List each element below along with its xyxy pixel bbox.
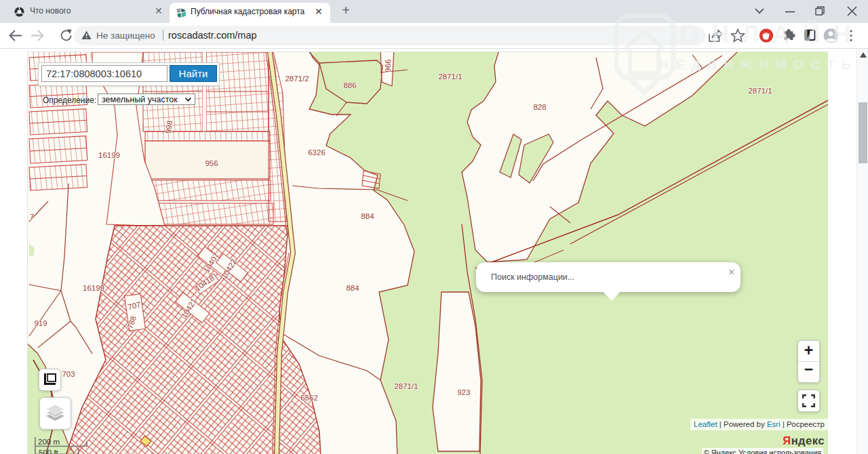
- svg-text:884: 884: [346, 284, 359, 292]
- svg-text:16199: 16199: [83, 284, 104, 292]
- svg-text:2871/1: 2871/1: [438, 73, 462, 81]
- svg-text:16199: 16199: [98, 151, 120, 159]
- svg-text:703: 703: [62, 370, 75, 378]
- svg-text:884: 884: [361, 212, 374, 220]
- svg-text:886: 886: [343, 81, 356, 89]
- svg-text:919: 919: [34, 319, 47, 327]
- svg-text:7: 7: [30, 213, 34, 221]
- svg-text:6326: 6326: [308, 148, 326, 157]
- svg-text:996: 996: [384, 59, 392, 72]
- svg-text:828: 828: [533, 103, 546, 111]
- svg-text:2871/1: 2871/1: [394, 382, 418, 390]
- svg-text:2871/1: 2871/1: [748, 87, 772, 95]
- svg-text:6562: 6562: [300, 394, 318, 402]
- svg-text:923: 923: [457, 388, 470, 396]
- svg-text:2871/2: 2871/2: [285, 75, 309, 83]
- svg-text:956: 956: [205, 159, 218, 167]
